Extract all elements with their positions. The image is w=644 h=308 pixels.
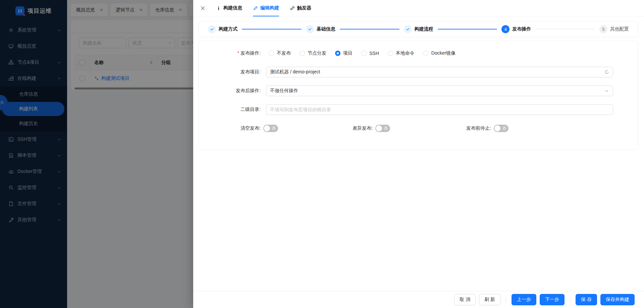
radio-icon <box>269 51 274 56</box>
radio-project[interactable]: 项目 <box>335 50 353 56</box>
radio-icon <box>361 51 367 56</box>
step-title: 基础信息 <box>317 26 335 32</box>
field-label: 差异发布: <box>353 125 373 131</box>
build-steps: 构建方式 基础信息 构建流程 4 发布操作 <box>198 21 638 37</box>
radio-no-publish[interactable]: 不发布 <box>269 50 291 56</box>
after-publish-select[interactable] <box>266 85 613 96</box>
radio-label: 本地命令 <box>396 50 415 56</box>
step-basic-info[interactable]: 基础信息 <box>306 25 335 33</box>
radio-label: 不发布 <box>277 50 291 56</box>
step-number: 4 <box>501 25 509 33</box>
drawer-header: i 构建信息 编辑构建 触发器 <box>193 0 644 16</box>
prev-step-button[interactable]: 上一步 <box>512 294 536 305</box>
tab-label: 触发器 <box>297 5 311 11</box>
drawer-footer: 取 消 刷 新 上一步 下一步 保 存 保存并构建 <box>193 291 644 308</box>
toggle-state-text: 否 <box>384 126 388 131</box>
step-title: 构建方式 <box>219 26 237 32</box>
edit-build-drawer: i 构建信息 编辑构建 触发器 构建方式 <box>193 0 644 308</box>
step-connector <box>535 29 595 29</box>
field-label: *发布操作: <box>199 50 261 56</box>
secondary-directory-row: 二级目录: <box>199 104 638 115</box>
secondary-directory-input[interactable] <box>266 104 613 115</box>
publish-project-input[interactable] <box>266 67 613 77</box>
diff-publish-toggle[interactable]: 否 <box>375 125 390 132</box>
diff-publish-field: 差异发布: 否 <box>353 123 390 134</box>
step-title: 构建流程 <box>415 26 433 32</box>
tab-label: 编辑构建 <box>260 5 279 11</box>
publish-operation-options: 不发布 节点分发 项目 SSH 本地命令 Docker镜像 <box>266 50 613 56</box>
tab-trigger[interactable]: 触发器 <box>290 0 311 16</box>
radio-label: Docker镜像 <box>431 50 455 56</box>
radio-node-distribute[interactable]: 节点分发 <box>300 50 326 56</box>
link-icon <box>290 6 295 11</box>
publish-project-row: 发布项目: <box>199 67 638 77</box>
check-icon <box>306 25 314 33</box>
toggle-knob <box>264 125 270 131</box>
field-label: 清空发布: <box>199 125 261 131</box>
publish-form: *发布操作: 不发布 节点分发 项目 SSH 本地命令 Docker镜像 发布 <box>198 41 638 150</box>
radio-icon <box>423 51 429 56</box>
step-connector <box>242 29 302 29</box>
step-build-process[interactable]: 构建流程 <box>404 25 433 33</box>
radio-icon <box>300 51 305 56</box>
close-icon[interactable] <box>199 5 206 11</box>
edit-icon <box>253 6 258 11</box>
field-label: 发布前停止: <box>466 125 491 131</box>
radio-local-command[interactable]: 本地命令 <box>388 50 415 56</box>
radio-label: SSH <box>369 51 379 56</box>
clear-publish-toggle[interactable]: 否 <box>263 125 278 132</box>
drawer-body: 构建方式 基础信息 构建流程 4 发布操作 <box>193 16 644 291</box>
after-publish-row: 发布后操作: <box>199 85 638 96</box>
check-icon <box>404 25 412 33</box>
tab-edit-build[interactable]: 编辑构建 <box>253 0 279 16</box>
field-label: 二级目录: <box>199 107 261 113</box>
toggle-knob <box>376 125 382 131</box>
step-number: 5 <box>599 25 607 33</box>
refresh-icon[interactable] <box>604 69 609 75</box>
toggle-state-text: 否 <box>272 126 276 131</box>
tab-label: 构建信息 <box>223 5 242 11</box>
next-step-button[interactable]: 下一步 <box>540 294 565 305</box>
save-button[interactable]: 保 存 <box>576 294 597 305</box>
app-root: 项目运维 系统管理 概括总览 节点&项目 在线构建 <box>0 0 644 308</box>
stop-before-publish-toggle[interactable]: 否 <box>494 125 508 132</box>
step-connector <box>438 29 497 29</box>
divider <box>570 297 570 303</box>
radio-label: 项目 <box>343 50 353 56</box>
stop-before-publish-field: 发布前停止: 否 <box>466 123 508 134</box>
check-icon <box>208 25 216 33</box>
step-other-config[interactable]: 5 其他配置 <box>599 25 629 33</box>
step-publish-action[interactable]: 4 发布操作 <box>501 25 531 33</box>
publish-operation-row: *发布操作: 不发布 节点分发 项目 SSH 本地命令 Docker镜像 <box>199 48 638 59</box>
step-build-method[interactable]: 构建方式 <box>208 25 237 33</box>
radio-label: 节点分发 <box>308 50 326 56</box>
required-asterisk: * <box>237 50 239 56</box>
toggle-knob <box>494 125 500 131</box>
info-icon: i <box>216 6 221 11</box>
cancel-button[interactable]: 取 消 <box>454 294 476 305</box>
step-connector <box>340 29 399 29</box>
radio-docker-image[interactable]: Docker镜像 <box>423 50 455 56</box>
radio-ssh[interactable]: SSH <box>361 51 379 56</box>
radio-icon <box>388 51 393 56</box>
step-title: 发布操作 <box>512 26 531 32</box>
chevron-down-icon <box>604 88 609 94</box>
step-title: 其他配置 <box>610 26 629 32</box>
toggle-state-text: 否 <box>502 126 506 131</box>
tab-build-info[interactable]: i 构建信息 <box>216 0 242 16</box>
clear-publish-field: 清空发布: 否 <box>199 123 278 134</box>
field-label: 发布后操作: <box>199 88 261 94</box>
refresh-button[interactable]: 刷 新 <box>479 294 500 305</box>
drawer-tabs: i 构建信息 编辑构建 触发器 <box>216 0 311 16</box>
divider <box>506 297 506 303</box>
switches-row: 清空发布: 否 差异发布: 否 发布前停止: <box>199 123 638 134</box>
save-and-build-button[interactable]: 保存并构建 <box>600 294 635 305</box>
field-label: 发布项目: <box>199 69 261 75</box>
radio-icon-selected <box>335 51 340 56</box>
